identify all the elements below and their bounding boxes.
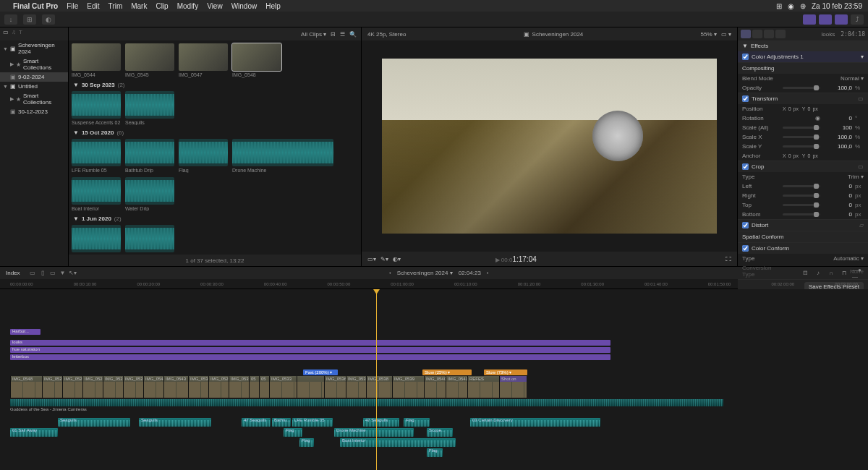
sidebar-smart[interactable]: ▶★Smart Collections xyxy=(0,56,68,72)
title-clip[interactable]: looks xyxy=(10,340,610,346)
timeline-video-clip[interactable] xyxy=(297,376,324,398)
transform-header[interactable]: Transform▭ xyxy=(738,93,868,104)
connect-clip-icon[interactable]: ▭ xyxy=(27,269,38,278)
retime-tool-icon[interactable]: ◐▾ xyxy=(393,256,401,262)
rotation-dial[interactable]: ◉ xyxy=(815,115,820,121)
primary-storyline[interactable]: IMG_0548IMG_0525IMG_0526IMG_0527IMG_0528… xyxy=(10,376,527,398)
video-inspector-tab[interactable] xyxy=(741,30,751,38)
audio-clip-thumb[interactable] xyxy=(125,225,174,254)
workspace-button[interactable] xyxy=(835,14,848,25)
timeline-video-clip[interactable]: REFES xyxy=(467,376,499,398)
timeline-audio-clip[interactable]: Drone Machine xyxy=(334,428,414,437)
snap-icon[interactable]: ⊓ xyxy=(839,269,849,278)
fullscreen-icon[interactable]: ⛶ xyxy=(726,256,731,262)
timeline-audio-clip[interactable]: Scope... xyxy=(427,428,453,437)
menu-modify[interactable]: Modify xyxy=(177,2,198,10)
timeline-video-clip[interactable]: IMG_0527 xyxy=(82,376,103,398)
menu-file[interactable]: File xyxy=(67,2,78,10)
audio-clip-thumb[interactable]: LFE Rumble 05 xyxy=(72,139,121,173)
photos-tab-icon[interactable]: ♫ xyxy=(12,29,16,39)
solo-icon[interactable]: ∩ xyxy=(826,269,836,278)
sidebar-library[interactable]: ▼▣Scheveningen 2024 xyxy=(0,40,68,56)
keyword-button[interactable]: ⊞ xyxy=(23,14,36,25)
search-icon[interactable]: 🔍 xyxy=(349,31,357,38)
color-adjustments-effect[interactable]: Color Adjustments 1▾ xyxy=(738,51,868,62)
sidebar-event[interactable]: ▣30-12-2023 xyxy=(0,107,68,116)
timeline-video-clip[interactable]: IMG_0541 xyxy=(446,376,467,398)
timeline-video-clip[interactable]: Shot on iPho... xyxy=(499,376,527,398)
list-view-icon[interactable]: ☰ xyxy=(340,31,345,38)
workspace-button[interactable] xyxy=(819,14,832,25)
timeline-video-clip[interactable]: IMG_0530 xyxy=(188,376,208,398)
timeline-video-clip[interactable]: IMG_0536 xyxy=(324,376,346,398)
timeline-video-clip[interactable]: 05 xyxy=(249,376,259,398)
filter-icon[interactable]: ⊟ xyxy=(331,31,336,38)
crop-right-slider[interactable] xyxy=(783,195,820,197)
audio-clip-thumb[interactable]: Suspense Accents 02 xyxy=(72,91,121,125)
overwrite-clip-icon[interactable]: ▼ xyxy=(58,269,68,278)
crop-top-slider[interactable] xyxy=(783,204,820,206)
clip-filter-dropdown[interactable]: All Clips ▾ xyxy=(301,31,326,38)
timeline-back-button[interactable]: ‹ xyxy=(389,270,391,276)
spatial-conform-header[interactable]: Spatial Conform xyxy=(738,231,868,242)
menubar-clock[interactable]: Za 10 feb 23:59 xyxy=(812,2,862,10)
timeline-audio-clip[interactable]: 47 Seagulls xyxy=(363,418,399,427)
timeline-video-clip[interactable]: IMG_0539 xyxy=(392,376,424,398)
timeline-fwd-button[interactable]: › xyxy=(487,270,489,276)
blend-mode-dropdown[interactable]: Normal ▾ xyxy=(841,75,864,82)
viewer-frame[interactable] xyxy=(382,59,717,234)
timeline-video-clip[interactable]: IMG_0526 xyxy=(62,376,82,398)
zoom-slider[interactable]: —●— xyxy=(852,269,862,278)
audio-clip-thumb[interactable]: Flag xyxy=(179,139,228,173)
timeline-video-clip[interactable]: IMG_0533 xyxy=(269,376,297,398)
timeline-index-button[interactable]: Index xyxy=(6,270,20,276)
timeline[interactable]: Harbor...lookshue saturationletterbox Fa… xyxy=(0,289,868,470)
timeline-video-clip[interactable]: IMG_0538 xyxy=(366,376,392,398)
import-button[interactable]: ↓ xyxy=(4,14,17,25)
video-clip-thumb[interactable]: IMG_0544 xyxy=(72,43,121,77)
audio-clip-thumb[interactable]: Water Drip xyxy=(125,177,174,211)
sidebar-event[interactable]: ▣9-02-2024 xyxy=(0,72,68,82)
color-conform-dropdown[interactable]: Automatic ▾ xyxy=(833,255,864,262)
timeline-audio-clip[interactable]: 47 Seagulls xyxy=(242,418,271,427)
video-clip-thumb[interactable]: IMG_0545 xyxy=(125,43,174,77)
tools-dropdown[interactable]: ↖▾ xyxy=(68,269,78,278)
timeline-audio-clip[interactable]: LFE Rumble 05 xyxy=(292,418,333,427)
menubar-icon[interactable]: ⊕ xyxy=(800,2,806,10)
audio-clip-thumb[interactable]: Boat Interior xyxy=(72,177,121,211)
color-inspector-tab[interactable] xyxy=(752,30,762,38)
transform-tool-icon[interactable]: ▭▾ xyxy=(367,256,376,262)
timeline-video-clip[interactable]: IMG_0528 xyxy=(103,376,123,398)
timeline-video-clip[interactable]: IMG_0548 xyxy=(10,376,42,398)
library-tab-icon[interactable]: ▭ xyxy=(3,29,9,39)
menu-help[interactable]: Help xyxy=(265,2,281,10)
color-tool-icon[interactable]: ✎▾ xyxy=(380,256,388,262)
sidebar-smart[interactable]: ▶★Smart Collections xyxy=(0,91,68,107)
view-dropdown[interactable]: ▭ ▾ xyxy=(721,31,731,38)
video-clip-thumb[interactable]: IMG_0547 xyxy=(179,43,228,77)
compositing-header[interactable]: Compositing xyxy=(738,63,868,74)
audio-skim-icon[interactable]: ♪ xyxy=(813,269,823,278)
timeline-video-clip[interactable]: IMG_0528 xyxy=(208,376,229,398)
audio-clip-thumb[interactable]: Drone Machine xyxy=(232,139,333,173)
audio-clip-thumb[interactable]: Seagulls xyxy=(125,91,174,125)
speed-badge[interactable]: Slow (25%) ▾ xyxy=(422,369,472,375)
append-clip-icon[interactable]: ▭ xyxy=(48,269,58,278)
timeline-video-clip[interactable]: IMG_0542 xyxy=(143,376,163,398)
menu-edit[interactable]: Edit xyxy=(87,2,99,10)
speed-badge[interactable]: Slow (73%) ▾ xyxy=(484,369,527,375)
timeline-audio-clip[interactable]: Flag xyxy=(427,448,443,457)
scale-x-slider[interactable] xyxy=(783,136,820,138)
workspace-button[interactable] xyxy=(803,14,816,25)
video-clip-thumb[interactable]: IMG_0548 xyxy=(232,43,281,77)
timeline-video-clip[interactable]: IMG_0537 xyxy=(346,376,366,398)
insert-clip-icon[interactable]: ▯ xyxy=(38,269,48,278)
playhead[interactable] xyxy=(376,289,377,470)
title-clip[interactable]: Harbor... xyxy=(10,329,41,335)
menu-clip[interactable]: Clip xyxy=(156,2,168,10)
crop-bottom-slider[interactable] xyxy=(783,213,820,215)
menu-mark[interactable]: Mark xyxy=(131,2,147,10)
zoom-dropdown[interactable]: 55% ▾ xyxy=(701,31,717,38)
timeline-audio-clip[interactable]: Bathtu... xyxy=(272,418,291,427)
title-clip[interactable]: hue saturation xyxy=(10,347,610,353)
